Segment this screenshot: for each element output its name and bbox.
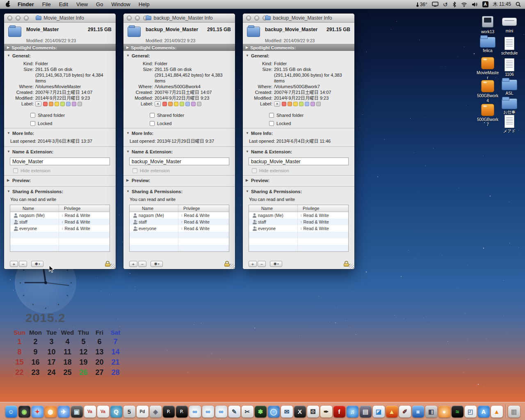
label-color-swatch[interactable] bbox=[288, 102, 292, 106]
section-general-header[interactable]: ▼ General: bbox=[4, 51, 116, 60]
remove-user-button[interactable]: − bbox=[258, 261, 266, 267]
menu-item-help[interactable]: Help bbox=[135, 0, 154, 9]
shared-folder-checkbox[interactable] bbox=[269, 113, 274, 118]
section-preview-header[interactable]: ▶ Preview: bbox=[4, 176, 116, 185]
close-button[interactable] bbox=[7, 16, 12, 21]
volume-icon[interactable] bbox=[472, 2, 478, 7]
dock-five-app[interactable]: 5 bbox=[123, 406, 135, 418]
dock-cube-app[interactable]: ◈ bbox=[150, 406, 162, 418]
permission-row[interactable]: everyone↕Read & Write bbox=[10, 225, 110, 232]
privilege-popup[interactable]: ↕Read & Write bbox=[59, 212, 110, 219]
dock-va-app-1[interactable]: Va bbox=[84, 406, 96, 418]
section-preview-header[interactable]: ▶ Preview: bbox=[123, 176, 235, 185]
dock-max-3[interactable]: ∞ bbox=[215, 406, 227, 418]
spotlight-icon[interactable] bbox=[516, 2, 521, 7]
section-general-header[interactable]: ▼ General: bbox=[243, 51, 354, 60]
permission-row[interactable]: nagasm (Me)↕Read & Write bbox=[130, 212, 229, 219]
dock-film-app[interactable]: ▤ bbox=[360, 406, 372, 418]
menu-item-edit[interactable]: Edit bbox=[55, 0, 72, 9]
permission-row[interactable]: everyone↕Read & Write bbox=[249, 225, 348, 232]
dock-dashboard[interactable]: ◉ bbox=[18, 406, 30, 418]
label-none-button[interactable]: ✕ bbox=[274, 101, 280, 107]
shared-folder-checkbox[interactable] bbox=[30, 113, 35, 118]
dock-fire-app[interactable]: ▲ bbox=[386, 406, 398, 418]
input-source-icon[interactable]: A bbox=[482, 1, 488, 7]
dock-brush-app[interactable]: ✐ bbox=[399, 406, 411, 418]
label-color-swatch[interactable] bbox=[162, 102, 167, 106]
section-spotlight-comments[interactable]: ▶ Spotlight Comments: bbox=[4, 44, 116, 51]
permission-row[interactable]: staff↕Read & Write bbox=[10, 219, 110, 225]
label-color-swatch[interactable] bbox=[191, 102, 196, 106]
add-user-button[interactable]: + bbox=[10, 261, 18, 267]
apple-menu-icon[interactable] bbox=[6, 2, 10, 7]
label-color-swatch[interactable] bbox=[197, 102, 201, 106]
label-color-swatch[interactable] bbox=[180, 102, 184, 106]
label-color-swatch[interactable] bbox=[168, 102, 173, 106]
menu-item-go[interactable]: Go bbox=[92, 0, 107, 9]
hide-extension-checkbox[interactable] bbox=[13, 168, 18, 173]
hide-extension-checkbox[interactable] bbox=[132, 168, 137, 173]
label-color-swatch[interactable] bbox=[316, 102, 321, 106]
dock-xcode[interactable]: ✎ bbox=[228, 406, 240, 418]
dock-va-app-2[interactable]: Va bbox=[97, 406, 109, 418]
privilege-popup[interactable]: ↕Read & Write bbox=[59, 225, 110, 232]
section-more-info-header[interactable]: ▼ More Info: bbox=[243, 128, 354, 137]
label-color-swatch[interactable] bbox=[299, 102, 304, 106]
dock-cut-app[interactable]: ✂ bbox=[242, 406, 253, 418]
section-spotlight-comments[interactable]: ▶ Spotlight Comments: bbox=[123, 44, 235, 51]
menu-item-view[interactable]: View bbox=[72, 0, 92, 9]
dock-gray-app[interactable]: ◧ bbox=[425, 406, 437, 418]
gear-menu-button[interactable]: ✱▾ bbox=[31, 261, 43, 267]
dock-photo-app[interactable]: ◪ bbox=[373, 406, 385, 418]
label-color-swatch[interactable] bbox=[72, 102, 76, 106]
filename-input[interactable] bbox=[249, 158, 349, 165]
label-color-swatch[interactable] bbox=[55, 102, 59, 106]
privilege-popup[interactable]: ↕Read & Write bbox=[297, 219, 348, 225]
dock-vlc[interactable]: ▲ bbox=[491, 406, 503, 418]
add-user-button[interactable]: + bbox=[129, 261, 137, 267]
display-menu-icon[interactable] bbox=[432, 2, 438, 7]
lock-icon[interactable] bbox=[343, 261, 349, 267]
dock-firefox[interactable]: ◍ bbox=[45, 406, 57, 418]
minimize-button[interactable] bbox=[135, 16, 140, 21]
dock-finder[interactable]: ☺ bbox=[5, 406, 17, 418]
resize-grip[interactable] bbox=[230, 264, 235, 269]
locked-checkbox[interactable] bbox=[30, 121, 35, 126]
label-color-swatch[interactable] bbox=[66, 102, 71, 106]
permission-row[interactable]: nagasm (Me)↕Read & Write bbox=[249, 212, 348, 219]
dock-activity-monitor[interactable]: ≈ bbox=[452, 406, 463, 418]
label-none-button[interactable]: ✕ bbox=[155, 101, 161, 107]
menu-item-window[interactable]: Window bbox=[107, 0, 134, 9]
dock-blue-app[interactable]: ■ bbox=[412, 406, 424, 418]
temperature-status[interactable]: 36° bbox=[416, 2, 427, 7]
bluetooth-icon[interactable] bbox=[452, 2, 457, 7]
section-name-extension-header[interactable]: ▼ Name & Extension: bbox=[123, 147, 235, 156]
permission-row[interactable]: staff↕Read & Write bbox=[249, 219, 348, 225]
window-titlebar[interactable]: Movie_Master Info bbox=[4, 14, 116, 23]
section-sharing-header[interactable]: ▼ Sharing & Permissions: bbox=[4, 187, 116, 196]
dock-flash[interactable]: f bbox=[333, 406, 345, 418]
filename-input[interactable] bbox=[10, 158, 110, 165]
gear-menu-button[interactable]: ✱▾ bbox=[270, 261, 282, 267]
dock-max-2[interactable]: ∞ bbox=[202, 406, 214, 418]
lock-icon[interactable] bbox=[105, 261, 111, 267]
window-titlebar[interactable]: backup_Movie_Master Info bbox=[243, 14, 354, 23]
menu-clock[interactable]: 木 11:45 bbox=[493, 1, 511, 8]
section-sharing-header[interactable]: ▼ Sharing & Permissions: bbox=[243, 187, 354, 196]
dock-processing-1[interactable]: P. bbox=[163, 406, 175, 418]
privilege-popup[interactable]: ↕Read & Write bbox=[178, 219, 229, 225]
label-color-swatch[interactable] bbox=[49, 102, 53, 106]
wifi-icon[interactable] bbox=[461, 2, 467, 7]
label-color-swatch[interactable] bbox=[293, 102, 298, 106]
remove-user-button[interactable]: − bbox=[19, 261, 27, 267]
dock-appstore[interactable]: A bbox=[478, 406, 490, 418]
locked-checkbox[interactable] bbox=[269, 121, 274, 126]
dock-thunderbird[interactable]: ✈ bbox=[58, 406, 70, 418]
dock-safari[interactable]: ✦ bbox=[32, 406, 43, 418]
label-color-swatch[interactable] bbox=[310, 102, 315, 106]
label-color-swatch[interactable] bbox=[185, 102, 190, 106]
dock-itunes[interactable]: ♫ bbox=[347, 406, 358, 418]
privilege-popup[interactable]: ↕Read & Write bbox=[178, 212, 229, 219]
gear-menu-button[interactable]: ✱▾ bbox=[151, 261, 163, 267]
menu-item-finder[interactable]: Finder bbox=[14, 0, 38, 9]
